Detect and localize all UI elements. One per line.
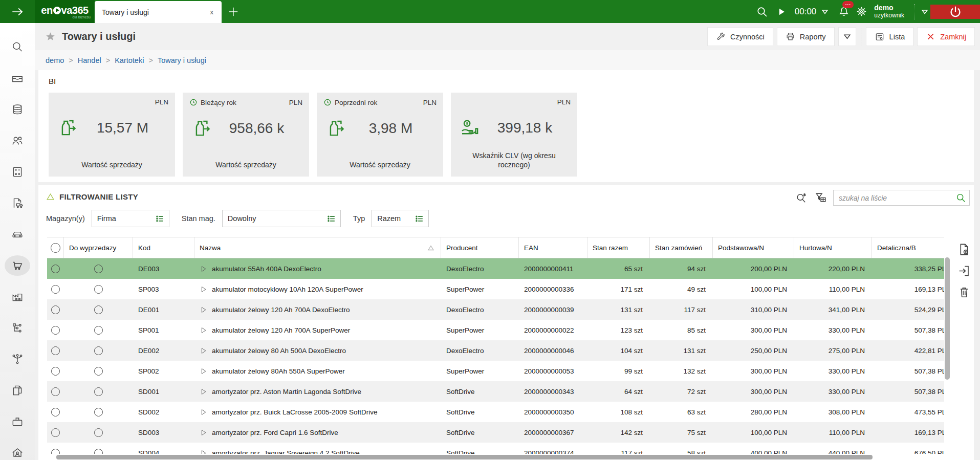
new-tab-button[interactable]: [222, 0, 245, 23]
sidebar-item-home[interactable]: [0, 437, 35, 460]
do-wyprzedazy-radio[interactable]: [94, 449, 103, 454]
expand-row-icon[interactable]: [200, 265, 207, 273]
col-detaliczna[interactable]: Detaliczna/B: [872, 237, 944, 258]
breadcrumb-kartoteki[interactable]: Kartoteki: [115, 56, 144, 64]
table-row[interactable]: DE002 akumulator żelowy 80 Ah 500A DexoE…: [47, 340, 944, 361]
expand-row-icon[interactable]: [200, 347, 207, 355]
col-hurtowa[interactable]: Hurtowa/N: [794, 237, 872, 258]
expand-row-icon[interactable]: [200, 367, 207, 375]
timer-dropdown-button[interactable]: [821, 9, 829, 15]
col-stan-zamowien[interactable]: Stan zamówień: [650, 237, 713, 258]
star-icon[interactable]: [45, 31, 56, 42]
vertical-scrollbar[interactable]: [945, 257, 950, 380]
sidebar-item-briefcase[interactable]: [0, 406, 35, 437]
expand-row-icon[interactable]: [200, 388, 207, 396]
sidebar-item-documents[interactable]: [0, 375, 35, 406]
col-do-wyprzedazy[interactable]: Do wyprzedazy: [64, 237, 133, 258]
table-row[interactable]: SP001 akumulator żelowy 120 Ah 700A Supe…: [47, 320, 944, 340]
do-wyprzedazy-radio[interactable]: [94, 408, 103, 417]
do-wyprzedazy-radio[interactable]: [94, 265, 103, 273]
expand-row-icon[interactable]: [200, 286, 207, 293]
row-selector-radio[interactable]: [51, 408, 60, 417]
expand-row-icon[interactable]: [200, 408, 207, 416]
sidebar-item-vehicle[interactable]: [0, 218, 35, 250]
sidebar-item-calculator[interactable]: [0, 156, 35, 187]
notifications-button[interactable]: ...: [838, 6, 850, 18]
enova365-logo[interactable]: en va 365 dla biznesu: [35, 0, 95, 23]
row-selector-radio[interactable]: [51, 449, 60, 454]
typ-select[interactable]: Razem: [372, 210, 429, 227]
list-search-input[interactable]: [833, 190, 970, 206]
tab-close-button[interactable]: x: [209, 8, 215, 16]
sidebar-item-database[interactable]: [0, 94, 35, 125]
advanced-search-button[interactable]: [795, 191, 808, 204]
open-record-button[interactable]: [957, 264, 971, 278]
expand-row-icon[interactable]: [200, 429, 207, 436]
col-nazwa[interactable]: Nazwa: [194, 237, 441, 258]
sidebar-item-contacts[interactable]: [0, 125, 35, 156]
search-icon[interactable]: [955, 192, 966, 203]
session-dropdown-button[interactable]: [921, 9, 928, 15]
delete-record-button[interactable]: [957, 286, 971, 299]
row-selector-radio[interactable]: [51, 305, 60, 314]
do-wyprzedazy-radio[interactable]: [94, 305, 103, 314]
breadcrumb-demo[interactable]: demo: [46, 56, 64, 64]
row-selector-radio[interactable]: [51, 265, 60, 273]
sidebar-item-cart[interactable]: [0, 250, 35, 281]
expand-row-icon[interactable]: [200, 306, 207, 314]
filter-section-header[interactable]: FILTROWANIE LISTY: [46, 192, 138, 201]
row-selector-radio[interactable]: [51, 367, 60, 376]
add-record-button[interactable]: [957, 243, 971, 256]
table-row[interactable]: SD001 amortyzator prz. Aston Martin Lago…: [47, 381, 944, 402]
logout-button[interactable]: [930, 5, 980, 19]
settings-button[interactable]: [855, 5, 868, 18]
do-wyprzedazy-radio[interactable]: [94, 367, 103, 376]
col-producent[interactable]: Producent: [441, 237, 519, 258]
expand-row-icon[interactable]: [200, 326, 207, 334]
sidebar-item-branch[interactable]: [0, 343, 35, 375]
do-wyprzedazy-radio[interactable]: [94, 326, 103, 335]
raporty-button[interactable]: Raporty: [777, 27, 835, 46]
menu-expand-button[interactable]: [0, 0, 35, 23]
table-row[interactable]: SD003 amortyzator prz. Ford Capri 1.6 So…: [47, 422, 944, 443]
czynnosci-button[interactable]: Czynności: [707, 27, 773, 46]
col-podstawowa[interactable]: Podstawowa/N: [713, 237, 794, 258]
stan-mag-select[interactable]: Dowolny: [222, 210, 341, 227]
user-menu[interactable]: demo uzytkownik: [874, 4, 904, 19]
col-kod[interactable]: Kod: [133, 237, 194, 258]
select-all-radio[interactable]: [47, 237, 64, 258]
start-timer-button[interactable]: [776, 7, 787, 17]
zamknij-button[interactable]: Zamknij: [917, 27, 975, 46]
lista-button[interactable]: Lista: [866, 27, 914, 46]
row-selector-radio[interactable]: [51, 326, 60, 335]
kpi-card-sales-total[interactable]: PLN 15,57 M Wartość sprzedaży: [49, 93, 175, 177]
kpi-card-sales-previous-year[interactable]: Poprzedni rok PLN 3,98 M Wartość sprzeda…: [317, 93, 443, 177]
breadcrumb-towary[interactable]: Towary i usługi: [158, 56, 206, 64]
table-row[interactable]: SP002 akumulator żelowy 80Ah 550A SuperP…: [47, 361, 944, 381]
table-row[interactable]: SD002 amortyzator prz. Buick LaCrosse 20…: [47, 402, 944, 422]
sidebar-item-factory[interactable]: [0, 281, 35, 312]
table-row[interactable]: SD004 amortyzator prz. Jaguar Sovereign …: [47, 443, 944, 454]
row-selector-radio[interactable]: [51, 346, 60, 355]
do-wyprzedazy-radio[interactable]: [94, 285, 103, 294]
global-search-button[interactable]: [756, 6, 768, 18]
do-wyprzedazy-radio[interactable]: [94, 387, 103, 396]
kpi-card-sales-current-year[interactable]: Bieżący rok PLN 958,66 k Wartość sprzeda…: [183, 93, 309, 177]
sidebar-item-delivery[interactable]: [0, 187, 35, 218]
bi-section-label[interactable]: BI: [49, 77, 964, 85]
filter-funnel-button[interactable]: [814, 191, 827, 204]
col-stan-razem[interactable]: Stan razem: [587, 237, 650, 258]
row-selector-radio[interactable]: [51, 387, 60, 396]
magazyn-select[interactable]: Firma: [92, 210, 169, 227]
table-row[interactable]: SP003 akumulator motocyklowy 10Ah 120A S…: [47, 279, 944, 299]
expand-row-icon[interactable]: [200, 449, 207, 454]
table-row[interactable]: DE003 akumulator 55Ah 400A DexoElectro D…: [47, 258, 944, 279]
table-row[interactable]: DE001 akumulator żelowy 120 Ah 700A Dexo…: [47, 299, 944, 320]
sidebar-item-hierarchy[interactable]: [0, 312, 35, 343]
sidebar-item-search[interactable]: [0, 31, 35, 62]
row-selector-radio[interactable]: [51, 428, 60, 437]
do-wyprzedazy-radio[interactable]: [94, 428, 103, 437]
kpi-card-clv[interactable]: PLN 399,18 k Wskaźnik CLV (wg okresu roc…: [451, 93, 577, 177]
tab-towary-i-uslugi[interactable]: Towary i usługi x: [95, 1, 222, 23]
col-ean[interactable]: EAN: [519, 237, 587, 258]
